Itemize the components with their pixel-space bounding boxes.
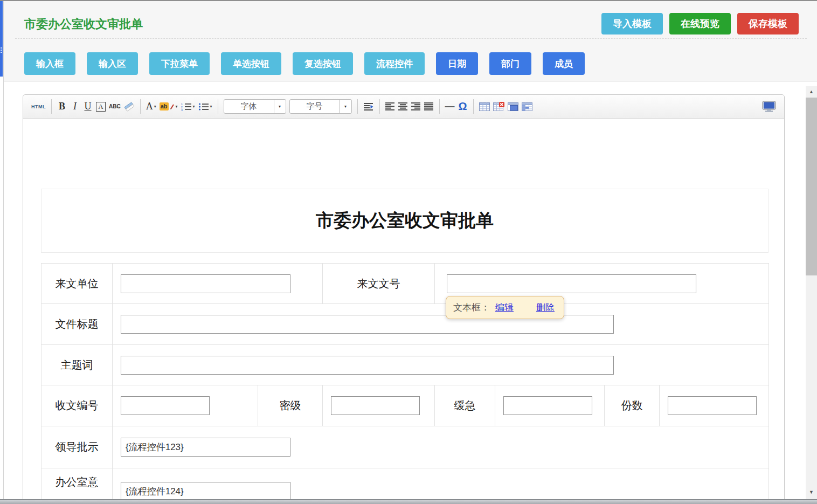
- toolbar-separator: [140, 99, 141, 114]
- justify-icon[interactable]: [423, 99, 435, 115]
- office-opinion-input[interactable]: [121, 482, 290, 501]
- add-radio-button[interactable]: 单选按钮: [221, 52, 281, 75]
- secrecy-level-input[interactable]: [331, 396, 420, 415]
- rich-text-editor: HTML B I U A ABC A▾ ab▾ 1 2: [23, 94, 785, 504]
- copies-input[interactable]: [668, 396, 757, 415]
- add-department-button[interactable]: 部门: [489, 52, 531, 75]
- svg-text:3: 3: [181, 108, 183, 111]
- editor-content[interactable]: 市委办公室收文审批单 来文单位 来文文号 文件标题 主: [23, 119, 784, 504]
- edit-link[interactable]: 编辑: [495, 301, 514, 314]
- label-receipt-number: 收文编号: [41, 385, 113, 426]
- bullet-list-icon[interactable]: ▾: [197, 99, 214, 115]
- boxed-a-icon[interactable]: A: [94, 99, 107, 115]
- table-row: 领导批示: [41, 426, 769, 468]
- document-title: 市委办公室收文审批单: [316, 209, 494, 233]
- html-source-icon[interactable]: HTML: [30, 99, 47, 115]
- vertical-scrollbar[interactable]: ▲ ▼: [806, 86, 817, 504]
- save-template-button[interactable]: 保存模板: [737, 13, 799, 34]
- align-left-icon[interactable]: [384, 99, 397, 115]
- insert-table-icon[interactable]: [477, 99, 491, 115]
- header-action-bar: 导入模板 在线预览 保存模板: [601, 13, 799, 34]
- receipt-number-input[interactable]: [121, 396, 210, 415]
- indent-icon[interactable]: [362, 99, 376, 115]
- underline-icon[interactable]: U: [81, 99, 94, 115]
- leader-instructions-input[interactable]: [121, 438, 290, 457]
- maximize-icon[interactable]: [760, 99, 778, 115]
- align-right-icon[interactable]: [410, 99, 423, 115]
- label-incoming-doc-number: 来文文号: [323, 264, 435, 304]
- italic-icon[interactable]: I: [68, 99, 81, 115]
- side-accent-strip: [0, 1, 3, 77]
- toolbar-separator: [473, 99, 474, 114]
- app-window: 市委办公室收文审批单 导入模板 在线预览 保存模板 输入框 输入区 下拉菜单 单…: [0, 0, 817, 504]
- label-urgency: 缓急: [435, 385, 495, 426]
- scroll-down-arrow-icon[interactable]: ▼: [806, 488, 817, 496]
- toolbar-separator: [357, 99, 358, 114]
- subject-words-input[interactable]: [121, 356, 614, 375]
- label-subject-words: 主题词: [41, 345, 113, 385]
- chevron-down-icon[interactable]: ▾: [274, 100, 286, 113]
- chevron-down-icon[interactable]: ▾: [340, 100, 351, 113]
- add-date-button[interactable]: 日期: [436, 52, 478, 75]
- page-title: 市委办公室收文审批单: [24, 16, 143, 32]
- font-family-select[interactable]: 字体 ▾: [224, 99, 286, 114]
- scrollbar-thumb[interactable]: [806, 98, 817, 275]
- page-header: 市委办公室收文审批单 导入模板 在线预览 保存模板 输入框 输入区 下拉菜单 单…: [4, 1, 817, 82]
- editor-toolbar: HTML B I U A ABC A▾ ab▾ 1 2: [23, 95, 784, 119]
- textbox-context-tooltip: 文本框： 编辑 删除: [446, 296, 564, 319]
- scroll-up-arrow-icon[interactable]: ▲: [806, 86, 817, 97]
- font-size-select[interactable]: 字号 ▾: [289, 99, 352, 114]
- eraser-icon[interactable]: [122, 99, 136, 115]
- label-secrecy-level: 密级: [258, 385, 323, 426]
- add-textarea-button[interactable]: 输入区: [87, 52, 138, 75]
- import-template-button[interactable]: 导入模板: [601, 13, 663, 34]
- font-color-icon[interactable]: A▾: [144, 99, 158, 115]
- toolbar-separator: [218, 99, 218, 114]
- form-table: 来文单位 来文文号 文件标题 主题词 收文编号 密级: [41, 263, 769, 504]
- widget-button-bar: 输入框 输入区 下拉菜单 单选按钮 复选按钮 流程控件 日期 部门 成员: [24, 52, 585, 75]
- add-member-button[interactable]: 成员: [543, 52, 585, 75]
- highlight-icon[interactable]: ab▾: [158, 99, 179, 115]
- numbered-list-icon[interactable]: 1 2 3 ▾: [179, 99, 197, 115]
- table-row: 来文单位 来文文号: [41, 264, 769, 304]
- incoming-unit-input[interactable]: [121, 274, 290, 293]
- add-input-box-button[interactable]: 输入框: [24, 52, 75, 75]
- table-properties-icon[interactable]: [506, 99, 520, 115]
- window-bottom-edge: [0, 499, 817, 504]
- cell-properties-icon[interactable]: [520, 99, 534, 115]
- toolbar-separator: [379, 99, 380, 114]
- omega-icon[interactable]: Ω: [456, 99, 469, 115]
- label-copies: 份数: [605, 385, 660, 426]
- strikethrough-icon[interactable]: ABC: [107, 99, 122, 115]
- bold-icon[interactable]: B: [56, 99, 68, 115]
- table-row: 文件标题: [41, 304, 769, 345]
- label-incoming-unit: 来文单位: [41, 264, 113, 304]
- table-row: 收文编号 密级 缓急 份数: [41, 385, 769, 426]
- table-row: 主题词: [41, 345, 769, 385]
- add-dropdown-button[interactable]: 下拉菜单: [149, 52, 210, 75]
- label-leader-instructions: 领导批示: [41, 426, 113, 468]
- delete-table-icon[interactable]: [491, 99, 506, 115]
- toolbar-separator: [51, 99, 52, 114]
- urgency-input[interactable]: [503, 396, 592, 415]
- label-document-title: 文件标题: [41, 304, 113, 345]
- document-title-box: 市委办公室收文审批单: [41, 189, 768, 253]
- delete-link[interactable]: 删除: [536, 301, 555, 314]
- add-checkbox-button[interactable]: 复选按钮: [293, 52, 353, 75]
- toolbar-separator: [439, 99, 440, 114]
- align-center-icon[interactable]: [397, 99, 410, 115]
- incoming-doc-number-input[interactable]: [447, 274, 696, 293]
- tooltip-label: 文本框：: [453, 301, 490, 314]
- header-divider: [15, 38, 807, 39]
- online-preview-button[interactable]: 在线预览: [669, 13, 731, 34]
- add-flow-control-button[interactable]: 流程控件: [364, 52, 425, 75]
- horizontal-rule-icon[interactable]: —: [444, 99, 456, 115]
